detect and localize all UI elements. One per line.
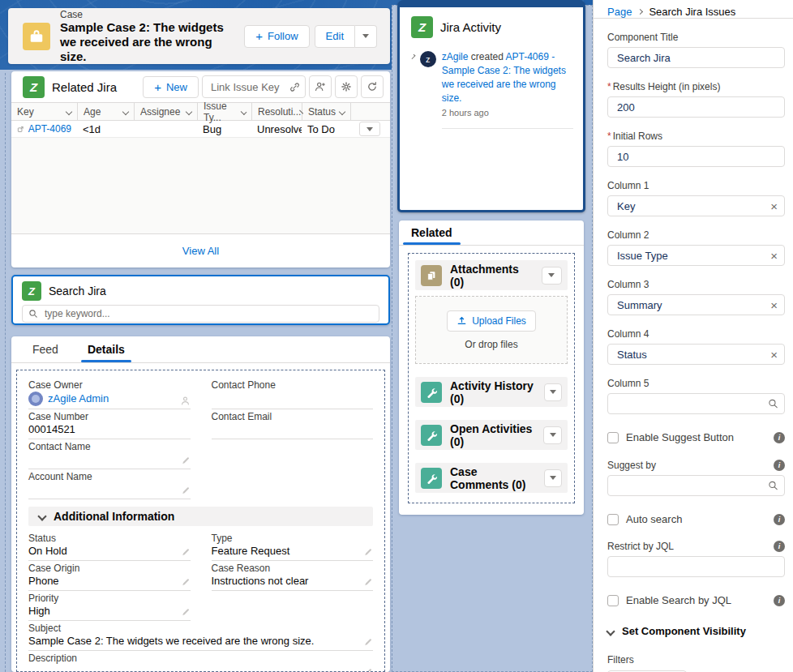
checkbox-label: Auto search: [626, 513, 682, 525]
clear-icon[interactable]: ×: [770, 200, 778, 212]
field-case-number: Case Number 00014521: [28, 409, 191, 439]
section-menu-button[interactable]: [542, 267, 562, 285]
info-icon[interactable]: i: [774, 514, 785, 525]
restrict-jql-input[interactable]: [607, 556, 785, 577]
edit-pencil-icon[interactable]: [181, 456, 191, 466]
column-header-key[interactable]: Key: [11, 103, 77, 120]
tab-related[interactable]: Related: [411, 220, 452, 245]
attachment-icon: [421, 265, 442, 286]
column-2-input[interactable]: [607, 245, 785, 266]
clear-icon[interactable]: ×: [770, 250, 778, 262]
column-5-input[interactable]: [607, 393, 785, 414]
auto-search-checkbox[interactable]: [607, 514, 619, 525]
info-icon[interactable]: i: [774, 460, 785, 471]
assign-user-button[interactable]: [309, 75, 332, 98]
edit-pencil-icon[interactable]: [181, 608, 191, 618]
component-properties-panel: Page Search Jira Issues Component Title …: [593, 0, 793, 672]
section-title: Attachments (0): [450, 263, 534, 289]
type-value: Feature Request: [212, 545, 290, 558]
section-menu-button[interactable]: [543, 426, 562, 444]
search-jira-panel[interactable]: Z Search Jira: [11, 275, 390, 325]
edit-pencil-icon[interactable]: [363, 578, 373, 588]
link-issue-key-input[interactable]: [202, 75, 306, 98]
section-case-comments[interactable]: Case Comments (0): [415, 463, 568, 493]
initial-rows-input[interactable]: [607, 146, 785, 167]
refresh-button[interactable]: [361, 75, 384, 98]
activity-timestamp: 2 hours ago: [442, 108, 575, 118]
info-icon[interactable]: i: [774, 541, 785, 552]
dropdown-arrow-icon: [550, 433, 556, 437]
field-label: Type: [212, 533, 374, 545]
view-all-link[interactable]: View All: [182, 245, 219, 257]
checkbox-label: Enable Suggest Button: [626, 431, 734, 443]
set-component-visibility-toggle[interactable]: Set Component Visibility: [607, 625, 785, 637]
section-menu-button[interactable]: [544, 383, 562, 401]
field-label: Account Name: [28, 471, 191, 483]
field-label: Contact Email: [212, 411, 374, 423]
edit-pencil-icon[interactable]: [181, 578, 191, 588]
prop-restrict-jql: Restrict by JQLi: [607, 541, 785, 577]
chevron-right-icon[interactable]: [410, 54, 415, 59]
edit-button[interactable]: Edit: [315, 25, 355, 48]
enable-search-jql-checkbox[interactable]: [607, 595, 619, 606]
clear-icon[interactable]: ×: [770, 349, 778, 361]
column-header-age[interactable]: Age: [77, 103, 134, 120]
section-title: Case Comments (0): [450, 465, 536, 491]
section-additional-information[interactable]: Additional Information: [28, 507, 373, 526]
follow-button[interactable]: + Follow: [244, 25, 309, 48]
case-owner-link[interactable]: zAgile Admin: [48, 392, 109, 405]
component-title-input[interactable]: [607, 47, 785, 68]
column-header-assignee[interactable]: Assignee: [134, 103, 197, 120]
column-1-input[interactable]: [607, 195, 785, 216]
column-header-issue-type[interactable]: Issue Ty...: [197, 103, 251, 120]
info-icon[interactable]: i: [774, 432, 785, 443]
results-height-input[interactable]: [607, 96, 785, 118]
breadcrumb: Page Search Jira Issues: [594, 0, 793, 18]
edit-pencil-icon[interactable]: [363, 638, 373, 648]
section-attachments[interactable]: Attachments (0): [415, 260, 568, 290]
zagile-logo-letter: Z: [28, 285, 35, 297]
tab-details[interactable]: Details: [88, 336, 125, 362]
dropdown-arrow-icon: [366, 127, 373, 131]
column-header-resolution[interactable]: Resoluti...: [251, 103, 302, 120]
dropdown-arrow-icon: [550, 476, 556, 480]
edit-pencil-icon[interactable]: [181, 486, 191, 496]
tab-feed[interactable]: Feed: [32, 336, 58, 362]
activity-actor-link[interactable]: zAgile: [442, 51, 469, 62]
divider: [442, 128, 573, 129]
change-owner-icon[interactable]: [180, 396, 191, 406]
cell-age: <1d: [83, 123, 101, 135]
breadcrumb-page-link[interactable]: Page: [607, 6, 632, 18]
new-issue-button[interactable]: + New: [143, 76, 199, 98]
column-header-status[interactable]: Status: [302, 103, 350, 120]
column-3-input[interactable]: [607, 294, 785, 315]
wrench-icon: [426, 430, 437, 441]
prop-label: Column 3: [607, 279, 649, 290]
row-actions-button[interactable]: [359, 122, 380, 136]
column-4-input[interactable]: [607, 344, 785, 365]
enable-suggest-checkbox[interactable]: [607, 432, 619, 443]
edit-pencil-icon[interactable]: [181, 548, 191, 558]
edit-pencil-icon[interactable]: [363, 548, 373, 558]
issue-key-link[interactable]: APT-4069: [28, 123, 71, 135]
section-menu-button[interactable]: [544, 469, 562, 487]
info-icon[interactable]: i: [774, 595, 785, 606]
clear-icon[interactable]: ×: [770, 299, 778, 311]
prop-results-height: *Results Height (in pixels): [607, 81, 785, 118]
section-activity-history[interactable]: Activity History (0): [415, 377, 568, 407]
zagile-logo-letter: Z: [30, 80, 37, 94]
edit-pencil-icon[interactable]: [363, 668, 373, 672]
external-link-icon[interactable]: [17, 125, 24, 134]
search-keyword-input[interactable]: [22, 305, 379, 323]
suggest-by-input[interactable]: [607, 475, 785, 496]
dropdown-arrow-icon: [548, 273, 555, 277]
file-drop-zone[interactable]: Upload Files Or drop files: [415, 296, 568, 364]
app-builder-page: Case Sample Case 2: The widgets we recei…: [0, 0, 793, 672]
more-actions-button[interactable]: [355, 25, 377, 48]
section-open-activities[interactable]: Open Activities (0): [415, 420, 568, 450]
related-jira-title: Related Jira: [52, 80, 117, 94]
case-reason-value: Instructions not clear: [212, 575, 309, 588]
record-detail-component: Case Owner zAgile Admin Contact Phone: [16, 370, 385, 672]
upload-files-button[interactable]: Upload Files: [447, 310, 536, 332]
settings-button[interactable]: [335, 75, 358, 98]
